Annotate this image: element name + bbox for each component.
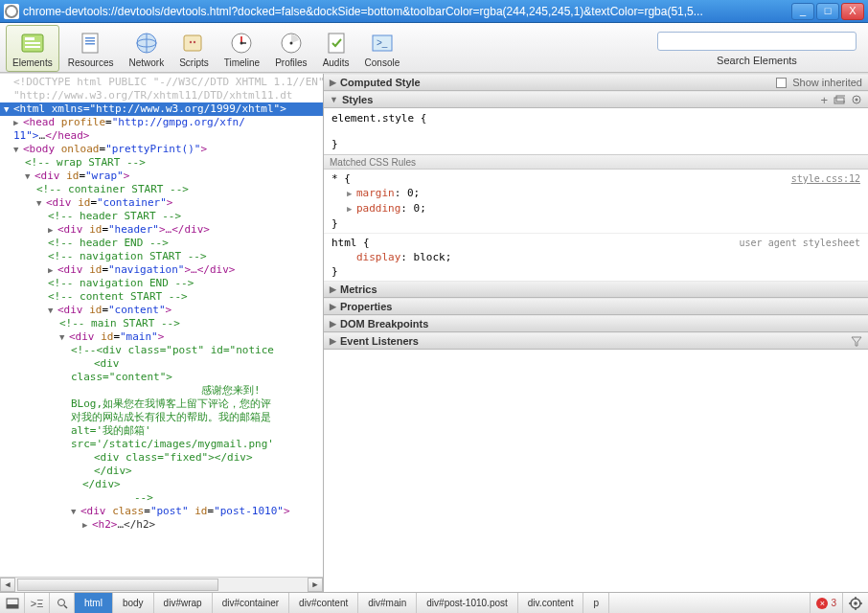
comment-header-start[interactable]: <!-- header START --> <box>0 210 323 223</box>
dom-breakpoints-pane-header[interactable]: ▶ DOM Breakpoints <box>324 315 868 332</box>
styles-pane-header[interactable]: ▼ Styles + <box>324 91 868 108</box>
tab-timeline[interactable]: Timeline <box>217 25 266 72</box>
toggle-state-icon[interactable] <box>834 94 845 105</box>
search-elements-label: Search Elements <box>717 55 797 66</box>
scripts-icon <box>180 30 207 57</box>
tab-network[interactable]: Network <box>123 25 171 72</box>
dom-h2-node[interactable]: <h2>…</h2> <box>0 518 323 532</box>
tab-audits-label: Audits <box>323 57 350 68</box>
dom-head-node[interactable]: <head profile="http://gmpg.org/xfn/ <box>0 116 323 129</box>
rule-source-link[interactable]: style.css:12 <box>791 171 860 186</box>
tab-console[interactable]: >_ Console <box>358 25 407 72</box>
breadcrumb-body[interactable]: body <box>113 593 154 613</box>
rule-html[interactable]: user agent stylesheet html { display: bl… <box>324 233 868 281</box>
network-icon <box>133 30 160 57</box>
comment-nav-end[interactable]: <!-- navigation END --> <box>0 277 323 290</box>
chevron-right-icon: ▶ <box>330 302 336 311</box>
dom-tree[interactable]: <!DOCTYPE html PUBLIC "-//W3C//DTD XHTML… <box>0 74 323 577</box>
metrics-pane-header[interactable]: ▶ Metrics <box>324 281 868 298</box>
comment-text-2[interactable]: BLog,如果您在我博客上留下评论，您的评 <box>0 397 323 411</box>
comment-text-4[interactable]: alt='我的邮箱' <box>0 424 323 438</box>
tab-timeline-label: Timeline <box>224 57 260 68</box>
comment-main-start[interactable]: <!-- main START --> <box>0 317 323 330</box>
chevron-right-icon: ▶ <box>330 284 336 294</box>
rule-close: } <box>331 264 860 279</box>
search-elements-input[interactable] <box>657 32 857 51</box>
breadcrumb-html[interactable]: html <box>75 593 113 613</box>
properties-title: Properties <box>340 301 392 312</box>
comment-content-start[interactable]: <!-- content START --> <box>0 290 323 304</box>
breadcrumb-content[interactable]: div#content <box>289 593 358 613</box>
tab-scripts[interactable]: Scripts <box>172 25 216 72</box>
add-style-icon[interactable]: + <box>820 93 828 107</box>
comment-text-1[interactable]: 感谢您来到! <box>0 384 323 397</box>
dom-post-node[interactable]: <div class="post" id="post-1010"> <box>0 505 323 518</box>
dom-html-node[interactable]: <html xmlns="http://www.w3.org/1999/xhtm… <box>0 102 323 116</box>
settings-gear-icon[interactable] <box>843 593 868 613</box>
dock-icon[interactable] <box>0 593 25 613</box>
dom-head-node-2[interactable]: 11">…</head> <box>0 129 323 143</box>
svg-point-12 <box>194 40 195 42</box>
properties-pane-header[interactable]: ▶ Properties <box>324 298 868 315</box>
dom-content-node[interactable]: <div id="content"> <box>0 304 323 317</box>
breadcrumb-p[interactable]: p <box>583 593 609 613</box>
comment-text-6[interactable]: <div class="fixed"></div> <box>0 451 323 465</box>
window-titlebar: chrome-devtools://devtools/devtools.html… <box>0 0 868 23</box>
console-toggle-icon[interactable]: >Ξ <box>25 593 50 613</box>
comment-text-5[interactable]: src='/static/images/mygmail.png' <box>0 438 323 451</box>
devtools-toolbar: Elements Resources Network Scripts Timel… <box>0 23 868 73</box>
error-counter[interactable]: × 3 <box>810 593 843 613</box>
comment-wrap-start[interactable]: <!-- wrap START --> <box>0 156 323 170</box>
event-listeners-pane-header[interactable]: ▶ Event Listeners <box>324 332 868 350</box>
window-minimize-button[interactable]: _ <box>791 3 814 20</box>
gear-icon[interactable] <box>851 94 862 105</box>
elements-icon <box>19 30 46 57</box>
dom-horizontal-scrollbar[interactable]: ◀ ▶ <box>0 577 323 592</box>
computed-style-pane-header[interactable]: ▶ Computed Style Show inherited <box>324 74 868 91</box>
scrollbar-thumb[interactable] <box>17 579 218 591</box>
window-maximize-button[interactable]: □ <box>816 3 839 20</box>
error-count: 3 <box>831 598 836 608</box>
comment-container-start[interactable]: <!-- container START --> <box>0 183 323 196</box>
dom-container-node[interactable]: <div id="container"> <box>0 196 323 210</box>
comment-text-3[interactable]: 对我的网站成长有很大的帮助。我的邮箱是 <box>0 411 323 424</box>
svg-point-11 <box>190 40 192 42</box>
tab-resources[interactable]: Resources <box>61 25 121 72</box>
comment-notice-1[interactable]: <!--<div class="post" id="notice <box>0 344 323 357</box>
window-close-button[interactable]: X <box>841 3 864 20</box>
inspect-icon[interactable] <box>50 593 75 613</box>
show-inherited-checkbox[interactable] <box>776 78 787 88</box>
comment-text-8[interactable]: </div> <box>0 478 323 491</box>
breadcrumb-container[interactable]: div#container <box>213 593 289 613</box>
chevron-right-icon: ▶ <box>330 319 336 329</box>
comment-text-7[interactable]: </div> <box>0 465 323 478</box>
breadcrumb-divcontent[interactable]: div.content <box>518 593 584 613</box>
dom-main-node[interactable]: <div id="main"> <box>0 330 323 344</box>
scrollbar-right-button[interactable]: ▶ <box>308 578 323 592</box>
breadcrumb-wrap[interactable]: div#wrap <box>154 593 213 613</box>
tab-elements-label: Elements <box>12 57 53 68</box>
styles-sidebar: ▶ Computed Style Show inherited ▼ Styles… <box>324 74 868 592</box>
comment-text-9[interactable]: --> <box>0 491 323 505</box>
svg-rect-5 <box>85 37 95 39</box>
chevron-right-icon: ▶ <box>330 78 336 87</box>
breadcrumb-post[interactable]: div#post-1010.post <box>417 593 518 613</box>
comment-nav-start[interactable]: <!-- navigation START --> <box>0 250 323 263</box>
dom-wrap-node[interactable]: <div id="wrap"> <box>0 170 323 183</box>
tab-console-label: Console <box>365 57 400 68</box>
dom-header-node[interactable]: <div id="header">…</div> <box>0 223 323 237</box>
rule-universal[interactable]: style.css:12 * { ▶margin: 0; ▶padding: 0… <box>324 170 868 233</box>
tab-elements[interactable]: Elements <box>6 25 59 72</box>
tab-audits[interactable]: Audits <box>316 25 356 72</box>
breadcrumb-main[interactable]: div#main <box>358 593 417 613</box>
element-style-block[interactable]: element.style { } <box>324 108 868 154</box>
dom-body-node[interactable]: <body onload="prettyPrint()"> <box>0 143 323 156</box>
comment-header-end[interactable]: <!-- header END --> <box>0 237 323 250</box>
profiles-icon <box>278 30 305 57</box>
comment-notice-2[interactable]: <div <box>0 357 323 371</box>
scrollbar-left-button[interactable]: ◀ <box>0 578 15 592</box>
tab-profiles[interactable]: Profiles <box>268 25 313 72</box>
filter-icon[interactable] <box>851 335 862 347</box>
dom-nav-node[interactable]: <div id="navigation">…</div> <box>0 263 323 277</box>
comment-notice-3[interactable]: class="content"> <box>0 371 323 384</box>
